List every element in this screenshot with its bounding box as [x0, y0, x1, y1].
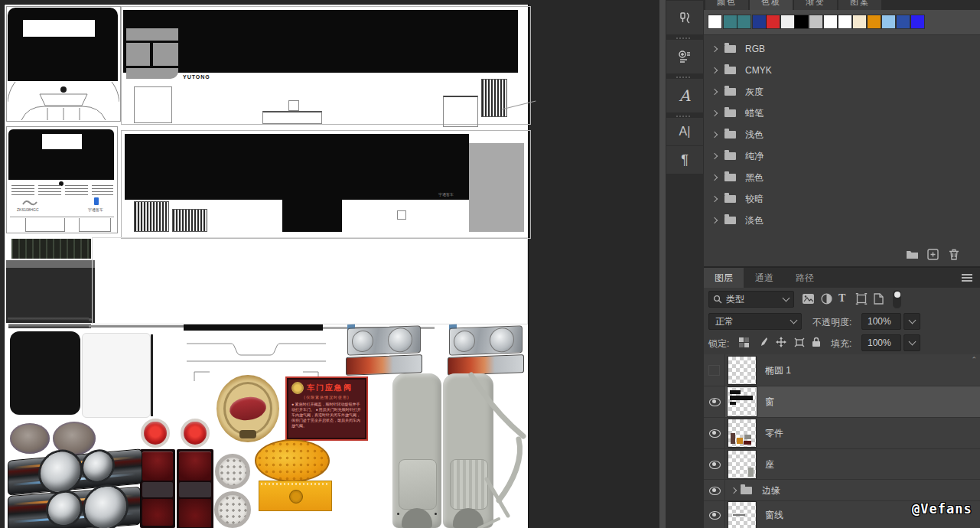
libraries-panel-button[interactable] — [666, 40, 703, 73]
tab-patterns[interactable]: 图案 — [838, 0, 881, 10]
new-group-button[interactable] — [906, 249, 919, 259]
tail-light-2 — [177, 449, 213, 528]
swatch-chip[interactable] — [838, 15, 851, 28]
swatch-chip[interactable] — [724, 15, 737, 28]
filter-pixel-layers-button[interactable] — [802, 293, 815, 305]
dashboard-texture-strip — [11, 239, 91, 259]
fill-dropdown-button[interactable] — [903, 334, 920, 351]
filter-shape-layers-button[interactable] — [855, 293, 868, 305]
lock-transparency-button[interactable] — [739, 337, 750, 348]
layer-row-parts[interactable]: 零件 — [704, 418, 980, 449]
document-canvas[interactable]: YUTONG ZK6108HGC 宇通客车 — [5, 5, 528, 528]
door-panel-right — [153, 43, 178, 66]
swatch-chip[interactable] — [882, 15, 895, 28]
visibility-toggle[interactable] — [704, 501, 725, 528]
character-panel-button[interactable]: A| — [666, 118, 703, 145]
layer-thumbnail[interactable] — [728, 357, 756, 384]
layer-thumbnail[interactable] — [728, 388, 756, 416]
valve-red-lever — [228, 395, 268, 422]
paragraph-panel-button[interactable]: ¶ — [666, 146, 703, 174]
swatch-chip[interactable] — [897, 15, 910, 28]
layer-name[interactable]: 零件 — [765, 427, 783, 440]
swatch-chip[interactable] — [824, 15, 837, 28]
swatch-group-cmyk[interactable]: CMYK — [704, 60, 980, 81]
swatch-chip[interactable] — [911, 15, 924, 28]
swatch-group-pale[interactable]: 淡色 — [704, 210, 980, 231]
led-round-lamp-2 — [214, 491, 251, 528]
layer-name[interactable]: 窗 — [765, 396, 774, 409]
swatch-group-crayon[interactable]: 蜡笔 — [704, 103, 980, 124]
tab-paths[interactable]: 路径 — [785, 268, 825, 288]
swatch-group-pure[interactable]: 纯净 — [704, 145, 980, 167]
layer-row-edge-group[interactable]: 边缘 — [704, 480, 980, 501]
swatch-chip[interactable] — [767, 15, 780, 28]
lock-pixels-button[interactable] — [757, 337, 768, 347]
tab-swatches[interactable]: 色板 — [750, 0, 793, 10]
layer-thumbnail[interactable] — [728, 502, 756, 528]
filter-type-dropdown[interactable]: 类型 — [708, 291, 794, 308]
opacity-dropdown-button[interactable] — [903, 313, 920, 330]
right-panel-stack: 颜色 色板 渐变 图案 RGB — [704, 0, 980, 528]
layer-thumbnail[interactable] — [728, 451, 756, 478]
tab-gradients[interactable]: 渐变 — [794, 0, 837, 10]
lock-label: 锁定: — [708, 337, 729, 350]
uv-front-shell — [6, 6, 121, 122]
swatch-chip[interactable] — [753, 15, 766, 28]
group-expand-chevron[interactable] — [731, 487, 737, 494]
fill-value-field[interactable]: 100% — [861, 334, 901, 351]
swatch-group-black[interactable]: 黑色 — [704, 167, 980, 188]
layer-name[interactable]: 座 — [765, 458, 774, 471]
tab-layers[interactable]: 图层 — [704, 268, 744, 288]
engine-grille-hatch — [481, 79, 507, 117]
filter-toggle-switch[interactable] — [893, 290, 901, 308]
filter-adjustment-layers-button[interactable] — [821, 293, 832, 305]
layer-row-seat[interactable]: 座 — [704, 449, 980, 480]
dark-edge-strip — [151, 334, 153, 416]
tab-color[interactable]: 颜色 — [705, 0, 748, 10]
layer-name[interactable]: 窗线 — [765, 508, 783, 521]
swatch-group-darker[interactable]: 较暗 — [704, 188, 980, 210]
swatch-chip[interactable] — [795, 15, 808, 28]
visibility-toggle[interactable] — [704, 449, 725, 479]
layer-name[interactable]: 边缘 — [762, 484, 780, 497]
swatch-chip[interactable] — [708, 15, 721, 28]
move-icon — [776, 337, 786, 347]
swatch-chip[interactable] — [737, 15, 750, 28]
filter-type-layers-button[interactable]: T — [838, 292, 845, 305]
swatch-chip[interactable] — [853, 15, 866, 28]
swatch-chip[interactable] — [781, 15, 794, 28]
layer-row-ellipse1[interactable]: 椭圆 1 — [704, 354, 980, 386]
layers-menu-button[interactable] — [962, 274, 972, 282]
layer-thumbnail[interactable] — [728, 419, 756, 447]
visibility-toggle[interactable] — [704, 386, 725, 417]
new-folder-icon — [906, 249, 919, 259]
layer-row-window[interactable]: 窗 — [704, 386, 980, 418]
blend-mode-dropdown[interactable]: 正常 — [708, 313, 802, 330]
rear-bumper-notch-1 — [25, 218, 65, 232]
delete-swatch-button[interactable] — [949, 249, 959, 260]
opacity-value-field[interactable]: 100% — [861, 313, 901, 330]
side-b-cap-outline — [397, 210, 406, 220]
swatch-group-grayscale[interactable]: 灰度 — [704, 81, 980, 103]
new-swatch-button[interactable] — [927, 249, 939, 260]
swatch-chip[interactable] — [809, 15, 822, 28]
swatch-group-rgb[interactable]: RGB — [704, 38, 980, 60]
brush-settings-panel-button[interactable] — [666, 1, 703, 34]
headlight-lens — [347, 325, 421, 355]
lock-all-button[interactable] — [812, 337, 822, 347]
blank-uv-rect — [92, 237, 528, 324]
lock-artboard-button[interactable] — [794, 337, 805, 348]
visibility-toggle[interactable] — [704, 418, 725, 448]
glyphs-panel-button[interactable]: A — [666, 79, 703, 112]
canvas-scrollbar[interactable] — [659, 0, 666, 528]
visibility-toggle[interactable] — [704, 354, 725, 386]
layer-name[interactable]: 椭圆 1 — [765, 363, 791, 376]
visibility-toggle[interactable] — [704, 480, 725, 500]
toggle-knob — [894, 292, 900, 298]
lock-position-button[interactable] — [776, 337, 786, 347]
trim-bar-3 — [89, 325, 184, 328]
swatch-group-light[interactable]: 浅色 — [704, 124, 980, 145]
swatch-chip[interactable] — [868, 15, 881, 28]
tab-channels[interactable]: 通道 — [744, 268, 784, 288]
filter-smart-objects-button[interactable] — [874, 293, 884, 305]
